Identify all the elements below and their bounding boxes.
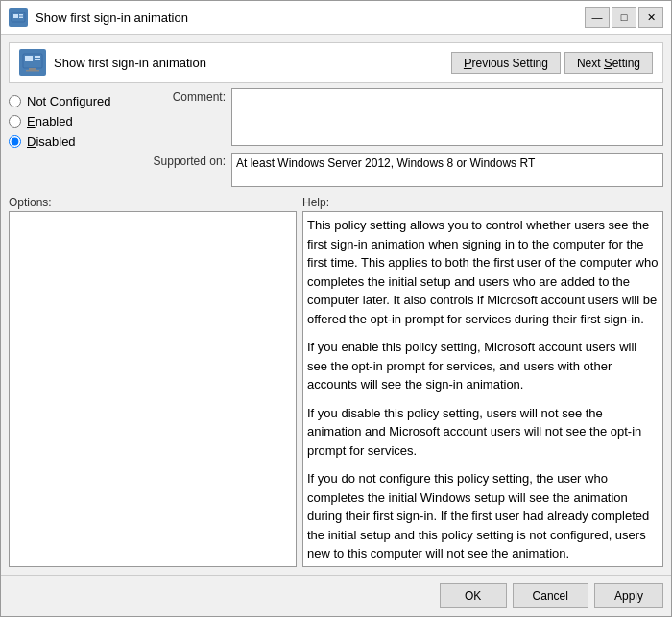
svg-rect-5 bbox=[25, 56, 33, 61]
middle-section: Not Configured Enabled Disabled Comment: bbox=[9, 88, 663, 190]
top-section: Show first sign-in animation Previous Se… bbox=[9, 42, 663, 83]
options-panel: Options: bbox=[9, 196, 297, 567]
not-configured-radio-input[interactable] bbox=[9, 95, 21, 107]
svg-rect-6 bbox=[35, 56, 40, 58]
help-para-4: If you do not configure this policy sett… bbox=[307, 469, 659, 563]
enabled-radio-input[interactable] bbox=[9, 115, 21, 128]
apply-button[interactable]: Apply bbox=[594, 583, 663, 608]
disabled-radio-input[interactable] bbox=[9, 135, 21, 148]
help-box: This policy setting allows you to contro… bbox=[302, 211, 663, 567]
help-label: Help: bbox=[302, 196, 663, 209]
close-button[interactable]: ✕ bbox=[638, 7, 663, 28]
content-area: Show first sign-in animation Previous Se… bbox=[1, 35, 671, 575]
comment-textarea[interactable] bbox=[231, 88, 663, 146]
supported-wrapper: At least Windows Server 2012, Windows 8 … bbox=[231, 153, 663, 190]
disabled-radio[interactable]: Disabled bbox=[9, 134, 133, 149]
supported-textarea: At least Windows Server 2012, Windows 8 … bbox=[231, 153, 663, 187]
setting-icon bbox=[19, 49, 46, 76]
right-fields: Comment: Supported on: At least Windows … bbox=[139, 88, 663, 190]
nav-buttons: Previous Setting Next Setting bbox=[451, 52, 653, 74]
svg-rect-9 bbox=[26, 70, 39, 72]
radio-group: Not Configured Enabled Disabled bbox=[9, 88, 133, 190]
supported-row: Supported on: At least Windows Server 20… bbox=[139, 153, 663, 190]
svg-rect-2 bbox=[19, 14, 23, 16]
title-bar: Show first sign-in animation — □ ✕ bbox=[1, 1, 671, 35]
svg-rect-3 bbox=[19, 17, 23, 19]
maximize-button[interactable]: □ bbox=[612, 7, 636, 28]
supported-label: Supported on: bbox=[139, 153, 226, 168]
help-panel: Help: This policy setting allows you to … bbox=[302, 196, 663, 567]
comment-label: Comment: bbox=[139, 88, 226, 104]
help-para-2: If you enable this policy setting, Micro… bbox=[307, 338, 659, 394]
ok-button[interactable]: OK bbox=[440, 583, 507, 608]
window-title: Show first sign-in animation bbox=[36, 11, 577, 25]
help-para-3: If you disable this policy setting, user… bbox=[307, 404, 659, 461]
not-configured-label: Not Configured bbox=[27, 94, 110, 108]
cancel-button[interactable]: Cancel bbox=[513, 583, 588, 608]
bottom-bar: OK Cancel Apply bbox=[1, 575, 671, 616]
prev-setting-button[interactable]: Previous Setting bbox=[451, 52, 561, 74]
help-text: This policy setting allows you to contro… bbox=[307, 216, 659, 563]
window-controls: — □ ✕ bbox=[585, 7, 663, 28]
main-window: Show first sign-in animation — □ ✕ bbox=[0, 0, 672, 617]
comment-row: Comment: bbox=[139, 88, 663, 149]
setting-title: Show first sign-in animation bbox=[54, 56, 206, 70]
help-para-1: This policy setting allows you to contro… bbox=[307, 216, 659, 328]
options-box bbox=[9, 211, 297, 567]
options-label: Options: bbox=[9, 196, 297, 209]
minimize-button[interactable]: — bbox=[585, 7, 610, 28]
options-help-section: Options: Help: This policy setting allow… bbox=[9, 196, 663, 567]
window-icon bbox=[9, 8, 28, 27]
enabled-label: Enabled bbox=[27, 114, 73, 129]
svg-rect-7 bbox=[35, 59, 40, 60]
setting-title-row: Show first sign-in animation bbox=[19, 49, 206, 76]
enabled-radio[interactable]: Enabled bbox=[9, 114, 133, 129]
next-setting-button[interactable]: Next Setting bbox=[564, 52, 653, 74]
comment-wrapper bbox=[231, 88, 663, 149]
not-configured-radio[interactable]: Not Configured bbox=[9, 94, 133, 108]
disabled-label: Disabled bbox=[27, 134, 76, 149]
svg-rect-1 bbox=[13, 14, 18, 18]
